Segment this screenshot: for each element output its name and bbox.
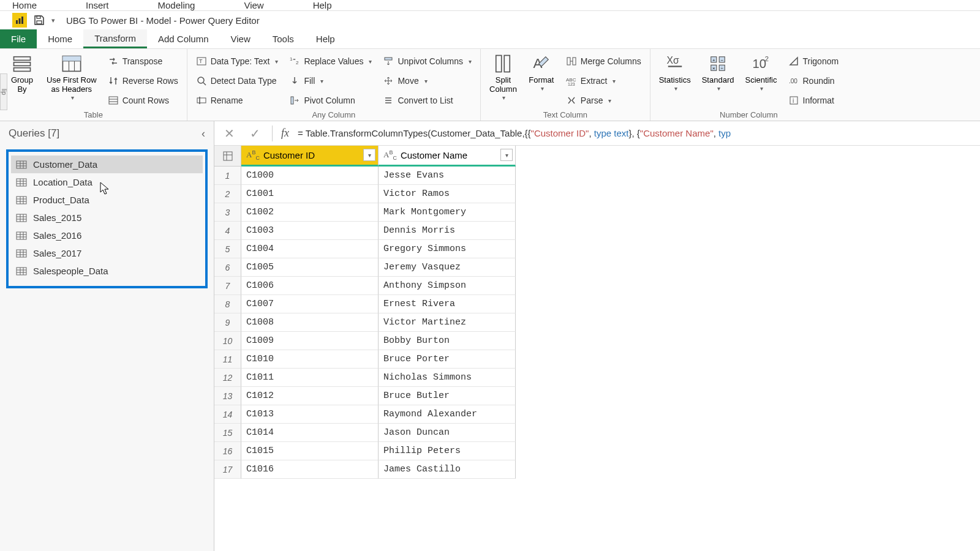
- table-row[interactable]: 8C1007Ernest Rivera: [214, 295, 980, 313]
- transpose-button[interactable]: Transpose: [104, 53, 182, 70]
- cell-customer-name[interactable]: Anthony Simpson: [379, 277, 516, 295]
- table-row[interactable]: 15C1014Jason Duncan: [214, 424, 980, 442]
- replace-values-button[interactable]: 12Replace Values▾: [285, 53, 375, 70]
- query-item[interactable]: Sales_2017: [11, 244, 203, 262]
- save-icon[interactable]: [33, 14, 45, 26]
- table-row[interactable]: 3C1002Mark Montgomery: [214, 203, 980, 222]
- query-item[interactable]: Sales_2015: [11, 209, 203, 227]
- table-row[interactable]: 13C1012Bruce Butler: [214, 387, 980, 405]
- cell-customer-name[interactable]: Raymond Alexander: [379, 405, 516, 424]
- table-row[interactable]: 16C1015Phillip Peters: [214, 442, 980, 460]
- tab-home[interactable]: Home: [37, 29, 83, 48]
- move-button[interactable]: Move▾: [379, 72, 475, 89]
- scientific-button[interactable]: 102 Scientific▾: [741, 51, 780, 93]
- reverse-rows-button[interactable]: Reverse Rows: [104, 72, 182, 89]
- table-row[interactable]: 9C1008Victor Martinez: [214, 313, 980, 332]
- cell-customer-id[interactable]: C1003: [241, 222, 379, 240]
- menu-insert[interactable]: Insert: [86, 0, 109, 10]
- column-header-customer-name[interactable]: ABC Customer Name ▾: [379, 146, 516, 167]
- cell-customer-id[interactable]: C1011: [241, 369, 379, 387]
- collapse-queries-icon[interactable]: ‹: [202, 127, 205, 140]
- group-by-button[interactable]: Group By: [5, 51, 39, 96]
- cell-customer-name[interactable]: Victor Ramos: [379, 185, 516, 203]
- cell-customer-name[interactable]: Jason Duncan: [379, 424, 516, 442]
- pivot-button[interactable]: Pivot Column: [285, 92, 375, 109]
- table-row[interactable]: 12C1011Nicholas Simmons: [214, 369, 980, 387]
- cell-customer-name[interactable]: Dennis Morris: [379, 222, 516, 240]
- column-filter-icon[interactable]: ▾: [363, 149, 375, 161]
- qat-dropdown-icon[interactable]: ▾: [51, 17, 55, 24]
- cell-customer-name[interactable]: Victor Martinez: [379, 313, 516, 332]
- information-button[interactable]: iInformat: [785, 92, 843, 109]
- split-column-button[interactable]: Split Column▾: [486, 51, 521, 102]
- cell-customer-id[interactable]: C1007: [241, 295, 379, 313]
- table-row[interactable]: 6C1005Jeremy Vasquez: [214, 258, 980, 277]
- table-row[interactable]: 10C1009Bobby Burton: [214, 332, 980, 350]
- cell-customer-name[interactable]: Mark Montgomery: [379, 203, 516, 222]
- cell-customer-name[interactable]: Gregory Simmons: [379, 240, 516, 258]
- tab-help[interactable]: Help: [305, 29, 346, 48]
- table-row[interactable]: 5C1004Gregory Simmons: [214, 240, 980, 258]
- column-filter-icon[interactable]: ▾: [500, 149, 513, 161]
- cell-customer-id[interactable]: C1006: [241, 277, 379, 295]
- cell-customer-id[interactable]: C1005: [241, 258, 379, 277]
- tab-transform[interactable]: Transform: [83, 29, 147, 48]
- count-rows-button[interactable]: Count Rows: [104, 92, 182, 109]
- tab-tools[interactable]: Tools: [262, 29, 305, 48]
- query-item[interactable]: Salespeople_Data: [11, 262, 203, 280]
- tab-view[interactable]: View: [220, 29, 262, 48]
- cell-customer-id[interactable]: C1012: [241, 387, 379, 405]
- fill-button[interactable]: Fill▾: [285, 72, 375, 89]
- use-first-row-button[interactable]: Use First Row as Headers▾: [43, 51, 100, 102]
- tab-add-column[interactable]: Add Column: [147, 29, 220, 48]
- cell-customer-name[interactable]: Jeremy Vasquez: [379, 258, 516, 277]
- cell-customer-id[interactable]: C1010: [241, 350, 379, 369]
- menu-home[interactable]: Home: [12, 0, 37, 10]
- cell-customer-id[interactable]: C1004: [241, 240, 379, 258]
- cell-customer-id[interactable]: C1001: [241, 185, 379, 203]
- statistics-button[interactable]: Xσ Statistics▾: [655, 51, 695, 93]
- cell-customer-id[interactable]: C1008: [241, 313, 379, 332]
- table-row[interactable]: 17C1016James Castillo: [214, 460, 980, 479]
- fx-icon[interactable]: fx: [281, 127, 289, 140]
- table-row[interactable]: 1C1000Jesse Evans: [214, 167, 980, 185]
- column-header-customer-id[interactable]: ABC Customer ID ▾: [241, 146, 379, 167]
- detect-type-button[interactable]: Detect Data Type: [192, 72, 282, 89]
- merge-columns-button[interactable]: Merge Columns: [562, 53, 645, 70]
- data-type-button[interactable]: TData Type: Text▾: [192, 53, 282, 70]
- table-row[interactable]: 7C1006Anthony Simpson: [214, 277, 980, 295]
- cell-customer-name[interactable]: Bobby Burton: [379, 332, 516, 350]
- cell-customer-id[interactable]: C1016: [241, 460, 379, 479]
- formula-cancel-icon[interactable]: ✕: [221, 125, 238, 142]
- trig-button[interactable]: Trigonom: [785, 53, 843, 70]
- menu-modeling[interactable]: Modeling: [158, 0, 195, 10]
- cell-customer-name[interactable]: Jesse Evans: [379, 167, 516, 185]
- cell-customer-name[interactable]: Ernest Rivera: [379, 295, 516, 313]
- cell-customer-id[interactable]: C1009: [241, 332, 379, 350]
- cell-customer-name[interactable]: Nicholas Simmons: [379, 369, 516, 387]
- table-row[interactable]: 14C1013Raymond Alexander: [214, 405, 980, 424]
- cell-customer-id[interactable]: C1000: [241, 167, 379, 185]
- extract-button[interactable]: ABC123Extract▾: [562, 72, 645, 89]
- cell-customer-name[interactable]: Bruce Porter: [379, 350, 516, 369]
- cell-customer-id[interactable]: C1013: [241, 405, 379, 424]
- table-row[interactable]: 4C1003Dennis Morris: [214, 222, 980, 240]
- standard-button[interactable]: +−×÷ Standard▾: [698, 51, 738, 93]
- cell-customer-name[interactable]: Phillip Peters: [379, 442, 516, 460]
- unpivot-button[interactable]: Unpivot Columns▾: [379, 53, 475, 70]
- rename-button[interactable]: Rename: [192, 92, 282, 109]
- tab-file[interactable]: File: [0, 29, 37, 48]
- format-button[interactable]: A Format▾: [524, 51, 559, 93]
- convert-list-button[interactable]: Convert to List: [379, 92, 475, 109]
- menu-help[interactable]: Help: [313, 0, 332, 10]
- formula-text[interactable]: = Table.TransformColumnTypes(Customer_Da…: [298, 128, 974, 139]
- parse-button[interactable]: Parse▾: [562, 92, 645, 109]
- menu-view[interactable]: View: [244, 0, 263, 10]
- table-corner[interactable]: [214, 146, 241, 167]
- cell-customer-name[interactable]: Bruce Butler: [379, 387, 516, 405]
- formula-accept-icon[interactable]: ✓: [246, 125, 263, 142]
- table-row[interactable]: 2C1001Victor Ramos: [214, 185, 980, 203]
- cell-customer-id[interactable]: C1014: [241, 424, 379, 442]
- rounding-button[interactable]: .00Roundin: [785, 72, 843, 89]
- table-row[interactable]: 11C1010Bruce Porter: [214, 350, 980, 369]
